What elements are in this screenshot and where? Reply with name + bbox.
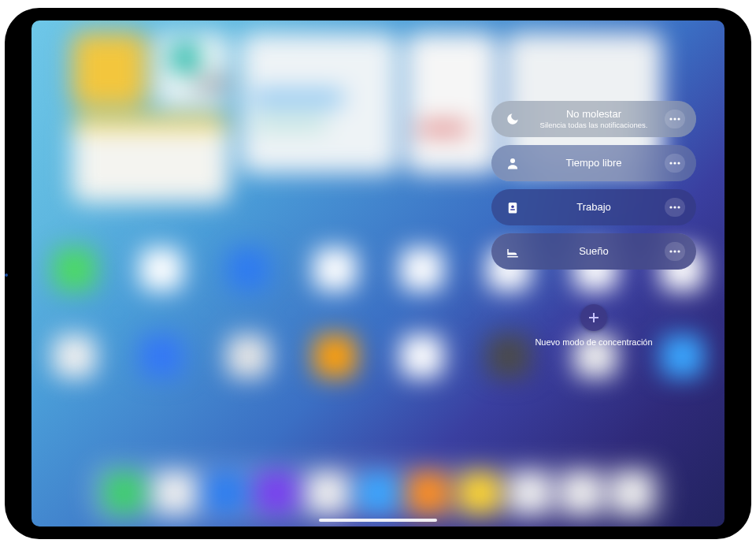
svg-point-10 (669, 206, 672, 208)
focus-item-text: No molestar Silencia todas las notificac… (523, 109, 665, 130)
svg-point-2 (677, 117, 680, 120)
app-icon (139, 247, 183, 291)
dock-app-icon (358, 472, 399, 514)
focus-item-title: Sueño (528, 246, 660, 258)
svg-point-8 (511, 205, 514, 208)
svg-point-15 (677, 250, 680, 252)
app-icon (226, 247, 269, 291)
person-icon (502, 153, 523, 173)
svg-point-11 (673, 206, 676, 208)
ipad-sensor-dot (5, 274, 8, 277)
focus-item-sleep[interactable]: Sueño (491, 233, 696, 270)
focus-item-title: Trabajo (528, 202, 660, 214)
svg-point-0 (669, 117, 672, 120)
dock-app-icon (561, 472, 602, 514)
dock-app-icon (408, 472, 450, 514)
new-focus-label: Nuevo modo de concentración (535, 337, 652, 347)
dock-app-icon (510, 472, 551, 514)
focus-item-do-not-disturb[interactable]: No molestar Silencia todas las notificac… (491, 101, 696, 137)
focus-item-title: Tiempo libre (528, 158, 660, 169)
focus-item-text: Trabajo (523, 202, 665, 214)
app-icon (53, 335, 96, 378)
badge-icon (502, 197, 523, 218)
more-options-button[interactable] (665, 242, 685, 261)
dock-app-icon (611, 472, 653, 514)
app-icon (313, 335, 357, 378)
dock-app-icon (154, 472, 196, 514)
ipad-frame: No molestar Silencia todas las notificac… (5, 8, 751, 539)
svg-point-3 (510, 158, 515, 163)
moon-icon (502, 109, 523, 129)
ipad-screen: No molestar Silencia todas las notificac… (32, 20, 724, 527)
focus-item-work[interactable]: Trabajo (491, 189, 696, 225)
svg-point-6 (677, 162, 680, 164)
svg-point-13 (669, 250, 672, 252)
focus-item-title: No molestar (528, 109, 660, 121)
dock-app-icon (459, 472, 501, 514)
focus-mode-panel: No molestar Silencia todas las notificac… (491, 101, 696, 347)
home-indicator[interactable] (319, 519, 437, 522)
svg-rect-9 (510, 209, 515, 210)
app-icon (53, 247, 96, 291)
widget-notes-large (72, 115, 230, 202)
widget-reminders (406, 32, 497, 173)
dock (89, 461, 668, 524)
focus-item-text: Sueño (523, 246, 665, 258)
focus-item-personal[interactable]: Tiempo libre (491, 145, 696, 181)
widget-calendar (241, 32, 398, 173)
bed-icon (502, 241, 523, 262)
more-options-button[interactable] (665, 110, 685, 128)
more-options-button[interactable] (665, 198, 685, 217)
dock-app-icon (306, 472, 348, 514)
focus-item-subtitle: Silencia todas las notificaciones. (528, 121, 660, 130)
svg-point-14 (673, 250, 676, 252)
widget-battery (155, 32, 230, 107)
dock-app-icon (205, 472, 246, 514)
focus-item-text: Tiempo libre (523, 158, 665, 169)
new-focus-section: Nuevo modo de concentración (491, 304, 696, 347)
app-icon (400, 247, 443, 291)
app-icon (313, 247, 357, 291)
app-icon (226, 335, 269, 378)
svg-point-1 (673, 117, 676, 120)
app-icon (139, 335, 183, 378)
dock-app-icon (103, 472, 145, 514)
dock-app-icon (256, 472, 298, 514)
new-focus-button[interactable] (580, 304, 607, 331)
svg-point-5 (673, 162, 676, 164)
svg-point-4 (669, 162, 672, 164)
svg-point-12 (677, 206, 680, 208)
widget-notes (72, 32, 147, 107)
more-options-button[interactable] (665, 154, 685, 173)
app-icon (400, 335, 443, 378)
